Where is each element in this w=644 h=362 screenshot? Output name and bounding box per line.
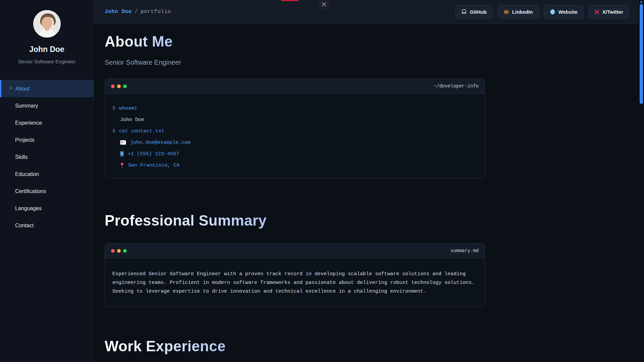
main-column: John Doe/portfolio GitHubLinkedInWebsite… xyxy=(94,0,644,362)
top-bar: John Doe/portfolio GitHubLinkedInWebsite… xyxy=(94,0,644,24)
developer-info-terminal: ~/developer-info $whoamiJohn Doe$cat con… xyxy=(105,78,485,179)
sidebar-item-education[interactable]: Education xyxy=(0,166,94,183)
minimize-dot-icon xyxy=(117,249,121,253)
sidebar-nav: >AboutSummaryExperienceProjectsSkillsEdu… xyxy=(0,80,94,234)
breadcrumb: John Doe/portfolio xyxy=(105,9,171,15)
minimize-dot-icon xyxy=(117,84,121,88)
terminal-contact-line: john.doe@example.com xyxy=(120,137,477,148)
scroll-up-arrow-icon[interactable] xyxy=(640,1,643,3)
close-dot-icon xyxy=(111,84,115,88)
terminal-prompt: $ xyxy=(112,106,115,111)
phone-icon xyxy=(120,151,124,157)
briefcase-icon xyxy=(503,9,509,14)
laptop-icon xyxy=(461,9,467,14)
sidebar-item-label: Education xyxy=(15,171,39,177)
breadcrumb-separator: / xyxy=(135,9,138,15)
sidebar-item-projects[interactable]: Projects xyxy=(0,131,94,148)
sidebar-item-contact[interactable]: Contact xyxy=(0,217,94,234)
terminal-output-line: John Doe xyxy=(112,114,477,125)
link-button-label: LinkedIn xyxy=(512,9,533,15)
breadcrumb-name[interactable]: John Doe xyxy=(105,9,132,15)
sidebar-item-label: Summary xyxy=(15,103,38,109)
portfolio-app: John Doe Senior Software Engineer >About… xyxy=(0,0,644,362)
x-mark-icon xyxy=(594,9,599,14)
terminal-body: $whoamiJohn Doe$cat contact.txtjohn.doe@… xyxy=(105,94,485,178)
window-dots xyxy=(111,249,127,253)
website-button[interactable]: Website xyxy=(544,5,584,19)
terminal-header: summary.md xyxy=(105,243,485,258)
scrollbar-thumb[interactable] xyxy=(640,4,643,104)
terminal-command-text: whoami xyxy=(119,106,137,111)
terminal-contact-line: +1 (555) 123-4567 xyxy=(120,148,477,160)
email-icon xyxy=(120,140,126,145)
sidebar-item-certifications[interactable]: Certifications xyxy=(0,183,94,200)
experience-heading: Work Experience xyxy=(105,338,226,355)
terminal-command-text: cat contact.txt xyxy=(119,128,164,134)
terminal-header: ~/developer-info xyxy=(105,79,485,94)
contact-text: +1 (555) 123-4567 xyxy=(128,151,179,157)
sidebar-item-languages[interactable]: Languages xyxy=(0,200,94,217)
breadcrumb-page: portfolio xyxy=(141,9,171,15)
sidebar-item-label: Skills xyxy=(15,154,28,160)
about-section: About Me Senior Software Engineer ~/deve… xyxy=(105,33,644,179)
terminal-command-line: $whoami xyxy=(112,103,477,114)
close-icon[interactable] xyxy=(318,0,330,10)
sidebar-item-skills[interactable]: Skills xyxy=(0,148,94,166)
sidebar-item-summary[interactable]: Summary xyxy=(0,97,94,114)
sidebar-item-about[interactable]: >About xyxy=(0,80,94,97)
terminal-body: Experienced Senior Software Engineer wit… xyxy=(105,258,485,307)
link-button-label: Website xyxy=(558,9,578,15)
github-button[interactable]: GitHub xyxy=(455,5,493,19)
close-dot-icon xyxy=(111,249,115,253)
content: About Me Senior Software Engineer ~/deve… xyxy=(94,24,644,362)
sidebar-item-label: Experience xyxy=(15,120,42,126)
sidebar-item-label: Certifications xyxy=(15,188,46,194)
avatar xyxy=(33,10,61,38)
active-item-prefix: > xyxy=(9,86,12,92)
maximize-dot-icon xyxy=(123,249,127,253)
about-heading: About Me xyxy=(105,33,173,50)
contact-text: San Francisco, CA xyxy=(128,163,179,168)
scrollbar[interactable] xyxy=(639,0,644,362)
terminal-contact-line: San Francisco, CA xyxy=(120,160,477,171)
terminal-title: ~/developer-info xyxy=(434,83,479,89)
about-subheading: Senior Software Engineer xyxy=(105,59,644,66)
red-indicator-line xyxy=(281,0,299,1)
summary-terminal: summary.md Experienced Senior Software E… xyxy=(105,243,485,307)
terminal-command-line: $cat contact.txt xyxy=(112,125,477,137)
experience-section: Work Experience xyxy=(105,338,644,355)
sidebar-item-label: Projects xyxy=(15,137,35,143)
globe-icon xyxy=(550,9,555,15)
summary-heading: Professional Summary xyxy=(105,212,267,229)
sidebar-item-label: Languages xyxy=(15,205,42,212)
contact-text: john.doe@example.com xyxy=(130,140,191,145)
social-links: GitHubLinkedInWebsiteX/Twitter xyxy=(455,5,629,19)
profile-title: Senior Software Engineer xyxy=(5,59,88,64)
terminal-prompt: $ xyxy=(112,128,115,134)
window-dots xyxy=(111,84,127,88)
linkedin-button[interactable]: LinkedIn xyxy=(497,5,539,19)
terminal-output-text: John Doe xyxy=(120,117,144,123)
link-button-label: X/Twitter xyxy=(602,9,623,15)
link-button-label: GitHub xyxy=(470,9,487,15)
maximize-dot-icon xyxy=(123,84,127,88)
terminal-title: summary.md xyxy=(450,248,479,253)
sidebar: John Doe Senior Software Engineer >About… xyxy=(0,0,94,362)
x-twitter-button[interactable]: X/Twitter xyxy=(588,5,629,19)
profile-name: John Doe xyxy=(5,45,88,54)
sidebar-item-experience[interactable]: Experience xyxy=(0,114,94,131)
summary-section: Professional Summary summary.md Experien… xyxy=(105,212,644,307)
sidebar-item-label: About xyxy=(15,86,30,92)
sidebar-item-label: Contact xyxy=(15,223,34,229)
pin-icon xyxy=(120,163,124,168)
profile-section: John Doe Senior Software Engineer xyxy=(0,0,94,73)
summary-text: Experienced Senior Software Engineer wit… xyxy=(112,267,477,299)
